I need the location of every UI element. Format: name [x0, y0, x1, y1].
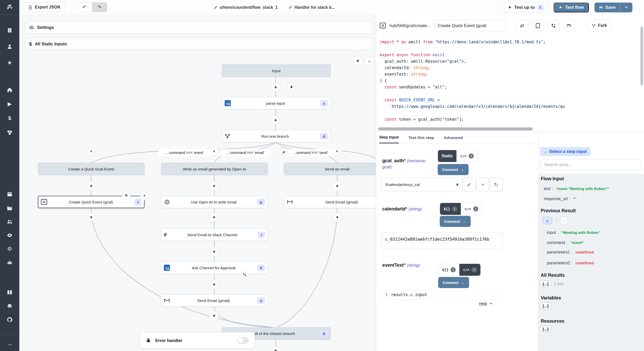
add-step-button[interactable]: +: [87, 213, 96, 222]
code-vertical-scrollbar[interactable]: [640, 26, 643, 86]
flow-path-edit[interactable]: u/henricourdent/flow_slack_1: [214, 5, 278, 10]
flow-summary-edit[interactable]: Handler for slack b...: [289, 5, 335, 10]
step-c-chip[interactable]: c: [543, 217, 552, 224]
fork-button[interactable]: Fork: [587, 20, 612, 31]
refresh-resource-button[interactable]: ↻: [490, 178, 503, 192]
workers-robot-icon[interactable]: [0, 258, 19, 267]
docs-book-icon[interactable]: [0, 288, 19, 297]
save-button[interactable]: Save: [595, 3, 620, 12]
zoom-in-button[interactable]: +: [353, 56, 362, 66]
remove-branch-button[interactable]: ×: [210, 147, 218, 156]
prop-row-text[interactable]: text: "event "Meeting with Ruben"": [544, 186, 609, 191]
flow-node-input[interactable]: Input: [222, 64, 331, 77]
reload-script-button[interactable]: ⇄: [516, 20, 528, 31]
calendar-id-connect-button[interactable]: Connect→: [440, 216, 471, 227]
windmill-logo[interactable]: [0, 0, 19, 15]
search-prop-input[interactable]: [541, 159, 641, 170]
flow-node-openai-write-email[interactable]: Use Open AI to write email p: [161, 196, 268, 208]
prop-row-response-url[interactable]: response_url: "": [544, 197, 577, 201]
add-step-button[interactable]: +: [209, 247, 219, 256]
flow-node-ask-channel-approval[interactable]: TS Ask Channel for Approval k: [161, 262, 268, 274]
undo-button[interactable]: ↶: [77, 3, 92, 12]
error-handler-toggle[interactable]: [237, 337, 249, 344]
resources-icon[interactable]: [0, 128, 19, 137]
edit-resource-button[interactable]: [463, 178, 476, 192]
static-mode-segment[interactable]: Static: [438, 150, 456, 162]
add-resource-button[interactable]: +: [476, 178, 489, 192]
variables-icon[interactable]: $: [0, 114, 19, 123]
test-up-to-button[interactable]: Test up to t: [504, 3, 548, 12]
runs-icon[interactable]: ▶: [0, 100, 19, 108]
prop-row-input[interactable]: input: "Meeting with Ruben": [547, 230, 600, 235]
branch-header-send[interactable]: Send an email: [284, 163, 376, 175]
template-mode-segment[interactable]: ${} i: [438, 264, 459, 276]
code-mode-segment[interactable]: </> i: [456, 150, 477, 162]
add-step-button[interactable]: +: [209, 213, 219, 222]
branch-header-event[interactable]: Create a Quick Gcal Event: [38, 163, 145, 175]
sleep-button[interactable]: [563, 20, 575, 31]
calendar-id-value-editor[interactable]: c_0312442e881ae6fcf1dec23f54916a389f1c17…: [382, 233, 503, 249]
add-step-button[interactable]: +: [271, 116, 280, 125]
add-step-button[interactable]: +: [333, 181, 342, 191]
tab-step-input[interactable]: Step Input: [379, 132, 399, 143]
test-flow-button[interactable]: Test flow: [554, 3, 589, 12]
gcal-auth-input-mode-toggle[interactable]: Static </> i: [438, 150, 478, 162]
workspace-icon[interactable]: [0, 26, 19, 35]
code-content[interactable]: import * as wmill from "https://deno.lan…: [376, 31, 644, 123]
gcal-auth-connect-button[interactable]: Connect→: [438, 164, 469, 175]
suspend-button[interactable]: [547, 20, 560, 31]
add-step-button[interactable]: +: [87, 181, 96, 191]
save-dropdown-button[interactable]: [620, 3, 632, 12]
branch-header-email[interactable]: Write an email generated by Open AI: [161, 163, 268, 175]
event-text-connect-button[interactable]: Connect→: [438, 277, 469, 288]
collapse-button[interactable]: -: [560, 217, 567, 224]
add-step-button[interactable]: +: [271, 83, 280, 92]
clear-resource-icon[interactable]: ×: [456, 182, 459, 187]
hub-script-path[interactable]: hub/568/gcal/create...: [389, 23, 430, 28]
step-name-input[interactable]: [434, 20, 506, 31]
remove-branch-button[interactable]: ×: [333, 147, 341, 156]
tab-advanced[interactable]: Advanced: [444, 132, 463, 143]
trigger-bolt-button[interactable]: [287, 83, 296, 91]
prop-row-parameters1[interactable]: parameters1: undefined: [547, 250, 594, 255]
all-results-expand-chip[interactable]: {...}: [540, 281, 551, 287]
help-link[interactable]: Help: [479, 301, 493, 306]
add-step-button[interactable]: +: [209, 311, 219, 320]
flow-node-send-email-slack[interactable]: # Send Email to Slack Channel r: [161, 228, 268, 241]
collapse-sidebar-arrow-icon[interactable]: →: [0, 339, 19, 348]
prop-row-command[interactable]: command: "event": [547, 240, 584, 245]
code-horizontal-scrollbar[interactable]: [378, 127, 533, 130]
box-button[interactable]: [532, 20, 544, 31]
code-mode-segment[interactable]: </> i: [459, 264, 480, 276]
discord-icon[interactable]: [0, 301, 19, 310]
select-step-input-button[interactable]: ← Select a step input: [540, 147, 591, 156]
schedules-calendar-icon[interactable]: [0, 190, 19, 198]
prop-row-parameters2[interactable]: parameters2: undefined: [547, 261, 594, 265]
home-icon[interactable]: [0, 85, 19, 94]
flow-node-send-email-gmail-approval[interactable]: Send Email (gmail) o: [161, 294, 268, 307]
add-step-button[interactable]: +: [333, 213, 342, 222]
flow-node-parse-input[interactable]: TS parse input c: [222, 97, 331, 109]
favorites-star-icon[interactable]: ★: [0, 58, 19, 67]
user-icon[interactable]: [0, 42, 19, 51]
delete-step-button[interactable]: ×: [140, 191, 149, 200]
move-step-button[interactable]: [122, 191, 131, 200]
calendar-id-input-mode-toggle[interactable]: ${} i </> i: [440, 203, 482, 215]
zoom-out-button[interactable]: -: [365, 56, 374, 66]
flow-node-send-email-gmail-send[interactable]: Send Email (gmail): [284, 196, 376, 208]
remove-branch-button[interactable]: ×: [87, 147, 96, 156]
github-icon[interactable]: [0, 315, 19, 324]
groups-icon[interactable]: [0, 217, 19, 226]
resources-expand-chip[interactable]: {...}: [540, 326, 551, 332]
redo-button[interactable]: ↷: [92, 3, 107, 12]
tab-test-this-step[interactable]: Test this step: [409, 132, 434, 143]
code-mode-segment[interactable]: </> i: [461, 203, 482, 215]
flow-node-run-one-branch[interactable]: Run one branch d: [222, 130, 331, 142]
branch-condition-email[interactable]: ....command === 'email': [220, 149, 270, 156]
suspend-phone-icon[interactable]: [241, 271, 248, 278]
folders-icon[interactable]: [0, 204, 19, 213]
branch-condition-event[interactable]: ....command === 'event': [158, 149, 210, 156]
gcal-auth-resource-input[interactable]: f/calendar/escp_cal ×: [382, 178, 463, 192]
event-text-input-mode-toggle[interactable]: ${} i </> i: [438, 264, 481, 276]
variables-expand-chip[interactable]: {...}: [540, 303, 551, 309]
